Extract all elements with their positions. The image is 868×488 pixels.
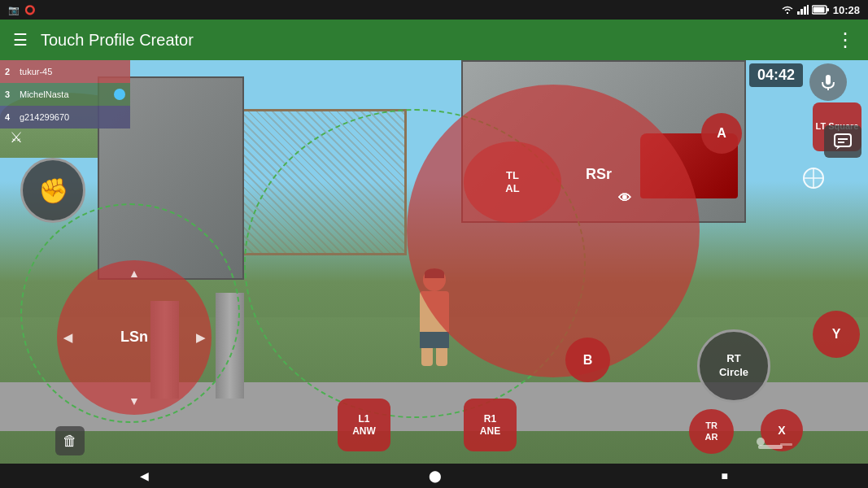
- svg-rect-2: [804, 7, 806, 15]
- tlal-control[interactable]: TLAL: [464, 142, 561, 223]
- rsr-control[interactable]: RSr 👁: [407, 85, 700, 377]
- sniper-scope-icon: [801, 166, 826, 195]
- fence: [228, 109, 407, 255]
- pillar-right: [216, 293, 244, 399]
- svg-rect-6: [813, 7, 824, 13]
- menu-button[interactable]: ☰: [13, 30, 28, 50]
- toolbar: ☰ Touch Profile Creator ⋮: [0, 20, 868, 60]
- char-leg-left: [421, 348, 433, 366]
- mic-icon: [819, 73, 837, 91]
- y-button[interactable]: Y: [813, 311, 860, 358]
- trash-button[interactable]: 🗑: [55, 426, 85, 455]
- l1-anw-button[interactable]: L1ANW: [338, 399, 390, 451]
- tlal-label: TLAL: [505, 169, 519, 194]
- chat-button[interactable]: [824, 125, 861, 158]
- svg-rect-0: [797, 11, 800, 15]
- status-bar: 📷 ⭕ 10:28: [0, 0, 868, 20]
- b-label: B: [583, 352, 593, 368]
- r1-ane-button[interactable]: R1ANE: [464, 399, 517, 451]
- status-left-icons: 📷 ⭕: [8, 5, 36, 15]
- rsr-label: RSr: [586, 166, 612, 184]
- prone-icon: [754, 435, 795, 454]
- more-options-button[interactable]: ⋮: [835, 28, 855, 51]
- score-pin-3: [114, 89, 125, 100]
- chat-icon: [833, 133, 853, 150]
- trash-icon: 🗑: [63, 433, 77, 450]
- status-right-icons: 10:28: [781, 4, 860, 16]
- svg-rect-5: [827, 8, 829, 11]
- score-row-3: 3 MichelNasta: [0, 83, 130, 106]
- lsn-label: LSn: [120, 329, 148, 346]
- battery-icon: [812, 5, 830, 15]
- prone-svg: [754, 435, 795, 451]
- char-legs: [410, 348, 459, 366]
- home-button[interactable]: ⬤: [404, 466, 466, 486]
- svg-rect-1: [800, 9, 803, 15]
- scoreboard: 2 tukur-45 3 MichelNasta 4 g214299670: [0, 60, 130, 129]
- svg-rect-7: [826, 75, 831, 85]
- back-button[interactable]: ◀: [116, 466, 173, 486]
- camera-icon: 📷: [8, 5, 20, 15]
- char-leg-right: [436, 348, 447, 366]
- b-button[interactable]: B: [565, 338, 610, 382]
- r1-ane-label: R1ANE: [480, 413, 500, 437]
- svg-rect-17: [780, 443, 792, 446]
- wifi-icon: [781, 5, 794, 15]
- timer-display: 04:42: [749, 63, 803, 87]
- char-shorts: [420, 332, 449, 348]
- move-icon: ⚔: [0, 125, 33, 150]
- fist-icon: ✊: [38, 176, 68, 205]
- a-button[interactable]: A: [701, 113, 742, 154]
- svg-rect-9: [835, 134, 851, 146]
- tr-ar-label: TRAR: [705, 420, 718, 442]
- game-area: 2 tukur-45 3 MichelNasta 4 g214299670 ⚔ …: [0, 60, 868, 464]
- score-num-3: 3: [5, 89, 16, 99]
- fist-button[interactable]: ✊: [20, 158, 85, 223]
- svg-rect-16: [758, 445, 783, 449]
- rt-circle-label: RTCircle: [719, 352, 748, 380]
- svg-point-15: [757, 438, 765, 446]
- signal-icon: [797, 5, 809, 15]
- a-label: A: [717, 125, 726, 141]
- score-num-4: 4: [5, 112, 16, 122]
- y-label: Y: [832, 326, 841, 342]
- score-name-4: g214299670: [20, 112, 125, 122]
- circle-icon: ⭕: [24, 5, 36, 15]
- scope-svg: [801, 166, 826, 190]
- time-display: 10:28: [833, 4, 860, 16]
- score-num-2: 2: [5, 67, 16, 76]
- lsn-control[interactable]: ▲ ▼ ◀ ▶ LSn: [57, 260, 212, 415]
- score-name-3: MichelNasta: [20, 89, 111, 99]
- score-row-2: 2 tukur-45: [0, 60, 130, 83]
- recent-button[interactable]: ■: [697, 466, 752, 486]
- score-name-2: tukur-45: [20, 67, 125, 76]
- tr-ar-button[interactable]: TRAR: [689, 409, 734, 454]
- app-title: Touch Profile Creator: [41, 31, 835, 50]
- nav-bar: ◀ ⬤ ■: [0, 464, 868, 488]
- svg-rect-3: [807, 5, 809, 15]
- l1-anw-label: L1ANW: [352, 413, 376, 437]
- mic-button[interactable]: [809, 63, 847, 101]
- rt-circle-button[interactable]: RTCircle: [697, 329, 770, 403]
